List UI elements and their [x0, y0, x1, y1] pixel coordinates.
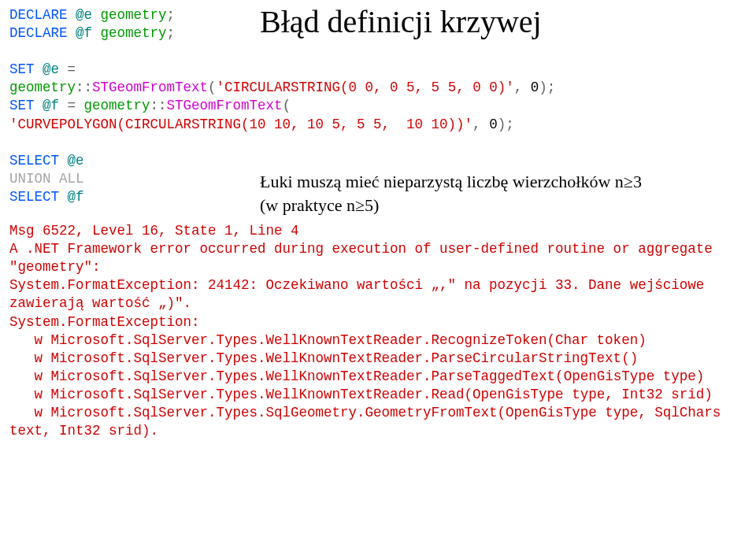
keyword-declare: DECLARE [9, 7, 68, 23]
variable-f: @f [76, 25, 92, 41]
keyword-set: SET [9, 98, 35, 113]
double-colon: :: [150, 98, 167, 113]
error-line-4: System.FormatException: [9, 314, 208, 330]
type-geometry: geometry [9, 80, 76, 95]
annotation-line-1: Łuki muszą mieć nieparzystą liczbę wierz… [260, 170, 642, 194]
number-zero: 0 [489, 117, 498, 132]
error-line-9: w Microsoft.SqlServer.Types.SqlGeometry.… [9, 405, 729, 439]
number-zero: 0 [531, 80, 539, 95]
error-line-2: A .NET Framework error occurred during e… [9, 241, 721, 275]
keyword-set: SET [9, 61, 35, 77]
equals: = [59, 61, 84, 77]
keyword-union: UNION [9, 171, 51, 187]
error-line-7: w Microsoft.SqlServer.Types.WellKnownTex… [9, 368, 704, 384]
error-line-1: Msg 6522, Level 16, State 1, Line 4 [9, 223, 299, 239]
keyword-declare: DECLARE [9, 25, 68, 41]
lparen: ( [208, 80, 217, 95]
method-stgeomfromtext: STGeomFromText [92, 80, 208, 95]
type-geometry: geometry [101, 7, 167, 23]
rparen: ) [539, 80, 547, 95]
lparen: ( [283, 98, 291, 113]
semicolon: ; [506, 117, 514, 132]
variable-f: @f [43, 98, 59, 113]
comma: , [472, 117, 489, 132]
keyword-select: SELECT [9, 189, 59, 205]
error-line-8: w Microsoft.SqlServer.Types.WellKnownTex… [9, 387, 713, 402]
method-stgeomfromtext: STGeomFromText [167, 98, 283, 113]
comma: , [514, 80, 531, 95]
type-geometry: geometry [101, 25, 167, 41]
double-colon: :: [76, 80, 92, 95]
rparen: ) [498, 117, 506, 132]
error-line-6: w Microsoft.SqlServer.Types.WellKnownTex… [9, 350, 638, 366]
error-output-block: Msg 6522, Level 16, State 1, Line 4 A .N… [9, 222, 747, 440]
keyword-all: ALL [59, 171, 84, 187]
type-geometry: geometry [84, 98, 150, 113]
variable-f: @f [68, 189, 84, 205]
slide-title: Błąd definicji krzywej [260, 2, 542, 43]
variable-e: @e [76, 7, 92, 23]
variable-e: @e [68, 153, 84, 168]
semicolon: ; [167, 7, 176, 23]
string-circularstring: 'CIRCULARSTRING(0 0, 0 5, 5 5, 0 0)' [217, 80, 514, 95]
semicolon: ; [547, 80, 556, 95]
error-line-3: System.FormatException: 24142: Oczekiwan… [9, 277, 713, 311]
semicolon: ; [167, 25, 176, 41]
keyword-select: SELECT [9, 153, 59, 168]
equals: = [59, 98, 84, 113]
error-line-5: w Microsoft.SqlServer.Types.WellKnownTex… [9, 332, 647, 348]
annotation-text: Łuki muszą mieć nieparzystą liczbę wierz… [260, 170, 642, 217]
variable-e: @e [43, 61, 59, 77]
string-curvepolygon: 'CURVEPOLYGON(CIRCULARSTRING(10 10, 10 5… [9, 117, 472, 132]
annotation-line-2: (w praktyce n≥5) [260, 194, 642, 217]
